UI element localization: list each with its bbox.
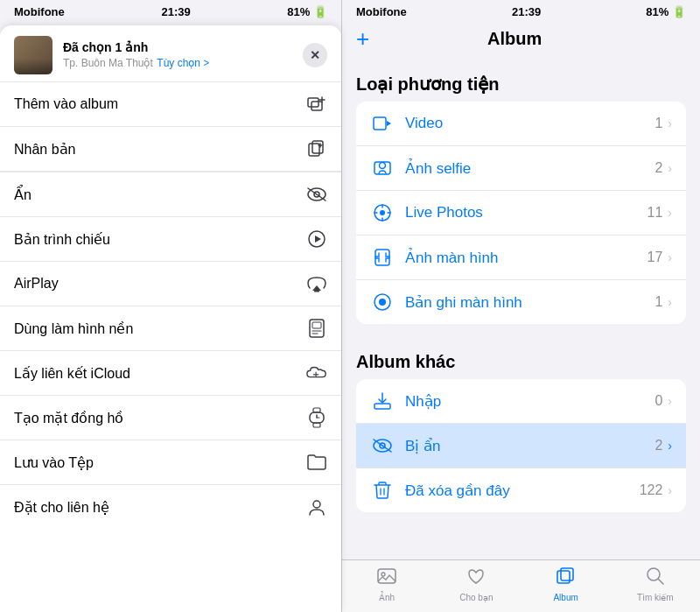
album-count-deleted: 122 xyxy=(640,482,663,498)
svg-rect-46 xyxy=(378,569,396,583)
menu-item-wallpaper[interactable]: Dùng làm hình nền xyxy=(0,306,341,351)
battery-left: 81% 🔋 xyxy=(287,5,327,18)
tab-search[interactable]: Tìm kiếm xyxy=(611,560,700,608)
sheet-options-link[interactable]: Tùy chọn > xyxy=(157,57,209,69)
menu-label-contact: Đặt cho liên hệ xyxy=(14,499,109,516)
tab-label-search: Tìm kiếm xyxy=(637,593,674,602)
nav-add-button[interactable]: + xyxy=(356,25,369,53)
svg-rect-36 xyxy=(375,250,389,265)
chevron-selfie: › xyxy=(668,161,672,175)
action-menu-list: Thêm vào album Nhân bản Ẩn xyxy=(0,82,341,529)
menu-label-airplay: AirPlay xyxy=(14,276,59,292)
tab-label-for-you: Cho bạn xyxy=(459,593,493,602)
album-row-live[interactable]: Live Photos 11 › xyxy=(356,191,686,236)
menu-item-contact[interactable]: Đặt cho liên hệ xyxy=(0,485,341,529)
svg-point-47 xyxy=(382,573,385,576)
other-section-header: Album khác xyxy=(342,338,700,379)
album-row-video[interactable]: Video 1 › xyxy=(356,102,686,146)
menu-label-wallpaper: Dùng làm hình nền xyxy=(14,320,133,337)
svg-line-51 xyxy=(658,579,663,584)
menu-item-watch[interactable]: Tạo mặt đồng hồ xyxy=(0,396,341,440)
album-row-screenshot[interactable]: Ảnh màn hình 17 › xyxy=(356,236,686,280)
album-name-hidden: Bị ẩn xyxy=(405,437,654,455)
album-count-video: 1 xyxy=(654,116,662,131)
tab-albums[interactable]: Album xyxy=(522,560,611,608)
media-section-header: Loại phương tiện xyxy=(342,60,700,102)
tab-label-photos: Ảnh xyxy=(379,593,395,602)
menu-item-duplicate[interactable]: Nhân bản xyxy=(0,127,341,172)
right-panel: Mobifone 21:39 81% 🔋 + Album Loại phương… xyxy=(341,0,700,612)
svg-point-31 xyxy=(380,210,385,215)
menu-label-slideshow: Bản trình chiếu xyxy=(14,231,110,248)
folder-icon xyxy=(306,452,327,473)
album-count-live: 11 xyxy=(648,205,663,221)
menu-label-watch: Tạo mặt đồng hồ xyxy=(14,410,123,426)
sheet-subtitle: Tp. Buôn Ma Thuột xyxy=(63,57,153,69)
svg-point-28 xyxy=(380,163,386,169)
albums-tab-icon xyxy=(556,566,577,591)
svg-rect-1 xyxy=(312,102,322,110)
tab-photos[interactable]: Ảnh xyxy=(342,560,431,608)
menu-item-hide[interactable]: Ẩn xyxy=(0,172,341,217)
import-icon xyxy=(370,389,395,413)
album-name-deleted: Đã xóa gần đây xyxy=(405,482,640,500)
album-row-deleted[interactable]: Đã xóa gần đây 122 › xyxy=(356,468,686,512)
menu-label-hide: Ẩn xyxy=(14,186,32,203)
sheet-title: Đã chọn 1 ảnh xyxy=(63,40,292,54)
sheet-header: Đã chọn 1 ảnh Tp. Buôn Ma Thuột Tùy chọn… xyxy=(0,25,341,82)
album-name-live: Live Photos xyxy=(405,204,648,222)
album-name-import: Nhập xyxy=(405,392,654,411)
menu-item-icloud[interactable]: Lấy liên kết iCloud xyxy=(0,351,341,396)
chevron-deleted: › xyxy=(668,483,672,497)
chevron-live: › xyxy=(668,206,672,220)
svg-point-25 xyxy=(313,501,320,508)
menu-label-add-album: Thêm vào album xyxy=(14,96,118,112)
media-albums-list: Video 1 › Ảnh selfie 2 › Live Photos 11 … xyxy=(356,102,686,324)
contact-icon xyxy=(306,496,327,517)
screen-record-icon xyxy=(370,290,395,314)
menu-item-airplay[interactable]: AirPlay xyxy=(0,262,341,306)
tab-for-you[interactable]: Cho bạn xyxy=(431,560,521,608)
menu-item-add-album[interactable]: Thêm vào album xyxy=(0,82,341,127)
time-right: 21:39 xyxy=(512,5,541,18)
nav-bar: + Album xyxy=(342,22,700,60)
video-icon xyxy=(370,111,395,136)
svg-rect-39 xyxy=(374,404,390,409)
selfie-icon xyxy=(370,156,395,180)
svg-marker-27 xyxy=(387,121,391,126)
play-icon xyxy=(306,229,327,250)
carrier-left: Mobifone xyxy=(14,5,65,18)
album-name-selfie: Ảnh selfie xyxy=(405,159,654,178)
menu-label-icloud: Lấy liên kết iCloud xyxy=(14,365,130,382)
status-bar-left: Mobifone 21:39 81% 🔋 xyxy=(0,0,341,22)
menu-label-duplicate: Nhân bản xyxy=(14,141,76,158)
other-albums-list: Nhập 0 › Bị ẩn 2 › Đã xóa gần đây 122 › xyxy=(356,379,686,512)
album-count-screenshot: 17 xyxy=(648,250,663,265)
album-row-hidden[interactable]: Bị ẩn 2 › xyxy=(356,424,686,468)
airplay-icon xyxy=(306,273,327,294)
menu-item-slideshow[interactable]: Bản trình chiếu xyxy=(0,217,341,262)
action-sheet: Đã chọn 1 ảnh Tp. Buôn Ma Thuột Tùy chọn… xyxy=(0,25,341,612)
trash-icon xyxy=(370,478,395,503)
photo-thumbnail xyxy=(14,36,52,74)
svg-rect-26 xyxy=(374,117,386,130)
album-row-record[interactable]: Bản ghi màn hình 1 › xyxy=(356,280,686,324)
svg-rect-15 xyxy=(312,322,321,328)
chevron-screenshot: › xyxy=(668,250,672,264)
tab-bar: Ảnh Cho bạn Album Tìm kiếm xyxy=(342,559,700,612)
svg-rect-49 xyxy=(561,568,573,580)
carrier-right: Mobifone xyxy=(356,5,407,18)
album-count-selfie: 2 xyxy=(654,160,662,176)
chevron-import: › xyxy=(668,394,672,408)
album-count-record: 1 xyxy=(654,294,662,310)
svg-rect-13 xyxy=(314,291,319,292)
screenshot-icon xyxy=(370,245,395,270)
menu-item-save-files[interactable]: Lưu vào Tệp xyxy=(0,440,341,485)
status-bar-right: Mobifone 21:39 81% 🔋 xyxy=(342,0,700,22)
close-button[interactable]: ✕ xyxy=(303,43,327,67)
watch-icon xyxy=(306,407,327,428)
album-row-import[interactable]: Nhập 0 › xyxy=(356,379,686,424)
album-row-selfie[interactable]: Ảnh selfie 2 › xyxy=(356,146,686,191)
live-photos-icon xyxy=(370,200,395,225)
icloud-icon xyxy=(306,362,327,383)
